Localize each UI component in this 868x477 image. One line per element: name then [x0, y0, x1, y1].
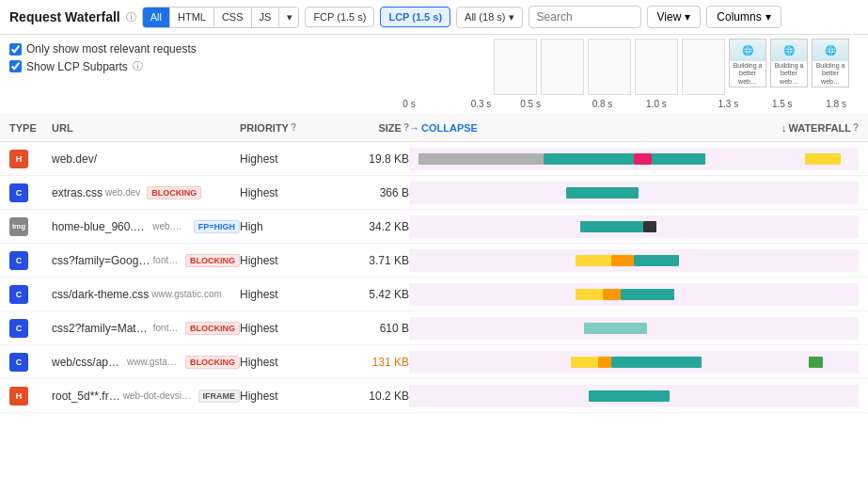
all-milestone-button[interactable]: All (18 s) ▾ [456, 7, 522, 28]
thumb-label-3: Building a better web… [813, 61, 848, 87]
fcp-milestone-button[interactable]: FCP (1.5 s) [305, 7, 374, 27]
blocking-tag-4: BLOCKING [185, 356, 240, 369]
cell-type-6: C [9, 319, 52, 338]
cell-url-5: css/dark-theme.css www.gstatic.com [52, 288, 240, 301]
filter-all[interactable]: All [143, 8, 170, 27]
cell-url-7: web/css/app.css www.gstatic… BLOCKING [52, 356, 240, 369]
filter-more-dropdown[interactable]: ▾ [279, 8, 298, 27]
table-row[interactable]: H root_5d**.frame web-dot-devsite-… IFRA… [0, 379, 868, 413]
tick-10s: 1.0 s [646, 99, 667, 109]
cell-waterfall-3 [409, 215, 859, 238]
thumbnail-1[interactable]: 🌐 Building a better web… [729, 39, 766, 95]
cell-priority-5: Highest [240, 288, 334, 301]
blocking-tag-2: BLOCKING [185, 254, 240, 267]
tick-0s: 0 s [402, 99, 415, 109]
table-header: TYPE URL PRIORITY ? SIZE ? → COLLAPSE ↓ … [0, 114, 868, 142]
cell-url-6: css2?family=Materia… fonts… BLOCKING [52, 322, 240, 335]
cell-url-1: web.dev/ [52, 152, 240, 166]
col-header-priority: PRIORITY ? [240, 122, 334, 134]
tick-15s: 1.5 s [772, 99, 793, 109]
tick-03s: 0.3 s [471, 99, 492, 109]
cell-waterfall-5 [409, 283, 859, 306]
cell-priority-8: Highest [240, 390, 334, 403]
thumb-blog-icon-3: 🌐 [825, 45, 836, 56]
relevant-requests-checkbox[interactable]: Only show most relevant requests [9, 42, 197, 56]
filter-html[interactable]: HTML [170, 8, 214, 27]
cell-type-2: C [9, 183, 52, 202]
type-badge-html-2: H [9, 387, 28, 405]
type-badge-css-5: C [9, 353, 28, 372]
cell-type-4: C [9, 251, 52, 270]
tick-05s: 0.5 s [520, 99, 541, 109]
cell-type-3: img [9, 217, 52, 236]
blocking-tag: BLOCKING [147, 186, 201, 199]
view-button[interactable]: View ▾ [647, 6, 702, 28]
info-icon[interactable]: ⓘ [126, 10, 136, 24]
priority-help-icon[interactable]: ? [291, 122, 296, 133]
col-header-waterfall: → COLLAPSE ↓ WATERFALL ? [409, 122, 859, 134]
thumb-label-2: Building a better web… [771, 61, 807, 87]
cell-size-4: 3.71 KB [334, 254, 409, 267]
table-body: H web.dev/ Highest 19.8 KB C extras.css … [0, 142, 868, 413]
cell-size-6: 610 B [334, 322, 409, 335]
cell-waterfall-8 [409, 385, 859, 407]
table-row[interactable]: img home-blue_960.png web.dev FP=HIGH Hi… [0, 210, 868, 244]
lcp-milestone-button[interactable]: LCP (1.5 s) [380, 7, 450, 27]
cell-priority-7: Highest [240, 356, 334, 369]
type-badge-css: C [9, 183, 28, 202]
tick-08s: 0.8 s [592, 99, 613, 109]
cell-waterfall-2 [409, 182, 859, 204]
type-badge-css-2: C [9, 251, 28, 270]
page-title: Request Waterfall [9, 9, 120, 24]
thumbnail-3[interactable]: 🌐 Building a better web… [812, 39, 849, 95]
cell-waterfall-6 [409, 317, 859, 340]
table-row[interactable]: C css2?family=Materia… fonts… BLOCKING H… [0, 311, 868, 345]
cell-type-7: C [9, 353, 52, 372]
cell-size-3: 34.2 KB [334, 220, 409, 233]
table-row[interactable]: C web/css/app.css www.gstatic… BLOCKING … [0, 345, 868, 379]
table-row[interactable]: C css?family=Google+… fonts… BLOCKING Hi… [0, 244, 868, 278]
cell-size-2: 366 B [334, 186, 409, 199]
blocking-tag-3: BLOCKING [185, 322, 240, 335]
header: Request Waterfall ⓘ All HTML CSS JS ▾ FC… [0, 0, 868, 35]
cell-url-4: css?family=Google+… fonts… BLOCKING [52, 254, 240, 267]
cell-type-8: H [9, 387, 52, 405]
cell-size-1: 19.8 KB [334, 152, 409, 166]
cell-url-2: extras.css web.dev BLOCKING [52, 186, 240, 199]
filter-js[interactable]: JS [252, 8, 280, 27]
iframe-tag: IFRAME [198, 390, 241, 403]
cell-url-3: home-blue_960.png web.dev FP=HIGH [52, 220, 240, 233]
thumb-blog-icon: 🌐 [742, 45, 753, 56]
collapse-button[interactable]: → COLLAPSE [409, 122, 478, 134]
filter-css[interactable]: CSS [214, 8, 252, 27]
type-badge-img: img [9, 217, 28, 236]
lcp-help-icon[interactable]: ⓘ [133, 59, 143, 73]
cell-waterfall-1 [409, 148, 859, 170]
col-header-url: URL [52, 122, 240, 134]
thumb-label-1: Building a better web… [730, 61, 765, 87]
type-badge-html: H [9, 150, 28, 168]
col-header-size: SIZE ? [334, 122, 409, 134]
search-input[interactable] [529, 6, 641, 28]
cell-priority-3: High [240, 220, 334, 233]
tick-18s: 1.8 s [826, 99, 846, 109]
cell-type-5: C [9, 285, 52, 304]
cell-size-5: 5.42 KB [334, 288, 409, 301]
thumb-blog-icon-2: 🌐 [783, 45, 795, 56]
cell-type-1: H [9, 150, 52, 168]
cell-priority-4: Highest [240, 254, 334, 267]
table-row[interactable]: C css/dark-theme.css www.gstatic.com Hig… [0, 278, 868, 311]
tick-13s: 1.3 s [718, 99, 739, 109]
thumbnail-2[interactable]: 🌐 Building a better web… [770, 39, 808, 95]
cell-size-7: 131 KB [334, 356, 409, 369]
time-axis: 0 s 0.3 s 0.5 s 0.8 s 1.0 s 1.3 s 1.5 s … [0, 99, 868, 114]
lcp-subparts-checkbox[interactable]: Show LCP Subparts ⓘ [9, 59, 197, 73]
cell-priority-6: Highest [240, 322, 334, 335]
table-row[interactable]: C extras.css web.dev BLOCKING Highest 36… [0, 176, 868, 210]
type-badge-css-3: C [9, 285, 28, 304]
cell-size-8: 10.2 KB [334, 390, 409, 403]
waterfall-help-icon[interactable]: ? [853, 122, 859, 133]
col-header-type: TYPE [9, 122, 52, 134]
table-row[interactable]: H web.dev/ Highest 19.8 KB [0, 142, 868, 176]
columns-button[interactable]: Columns ▾ [706, 6, 781, 28]
